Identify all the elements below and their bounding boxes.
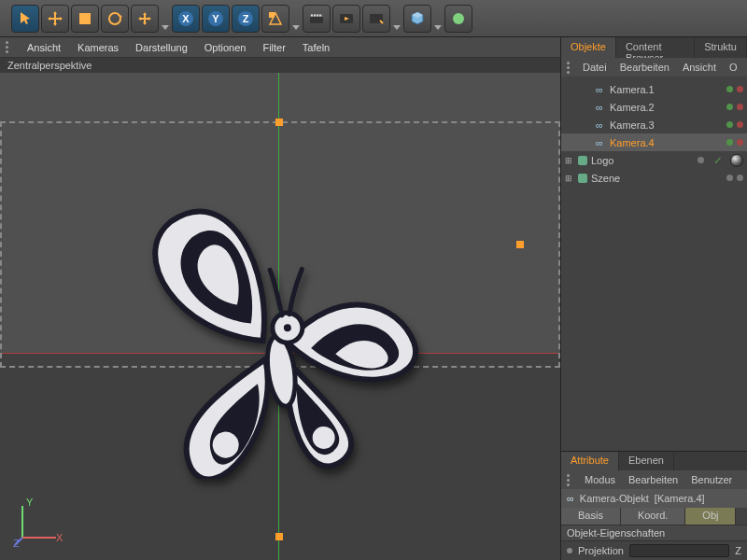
visibility-dot[interactable] — [726, 86, 733, 92]
tree-item-label: Logo — [591, 155, 694, 166]
attr-row-suffix: Z — [735, 545, 741, 556]
attr-menu[interactable]: Benutzer — [691, 474, 732, 485]
render-dot[interactable] — [737, 86, 743, 92]
axis-label-y: Y — [26, 497, 34, 508]
svg-point-1 — [109, 13, 120, 24]
svg-rect-13 — [317, 14, 318, 16]
axis-z-toggle[interactable]: Z — [232, 5, 260, 33]
tool-dropdown-icon[interactable] — [291, 5, 301, 33]
render-dot[interactable] — [737, 121, 743, 128]
tool-dropdown-icon[interactable] — [161, 5, 170, 33]
tool-primitive[interactable] — [403, 5, 431, 33]
drag-grip-icon[interactable] — [6, 41, 10, 53]
tree-item-label: Kamera.1 — [610, 84, 723, 95]
viewport-menu[interactable]: Darstellung — [135, 42, 188, 53]
svg-rect-11 — [311, 14, 313, 16]
svg-rect-12 — [314, 14, 316, 16]
viewport-menu[interactable]: Tafeln — [303, 42, 330, 53]
render-dot[interactable] — [737, 175, 743, 181]
scene-object-logo[interactable] — [121, 180, 430, 479]
tree-row-camera[interactable]: Kamera.3 — [561, 116, 747, 133]
subtab-basis[interactable]: Basis — [561, 508, 621, 525]
viewport-menu[interactable]: Kameras — [78, 42, 119, 53]
tool-misc[interactable] — [444, 5, 472, 33]
tool-render[interactable] — [303, 5, 331, 33]
attr-menu[interactable]: Modus — [585, 474, 615, 485]
tool-scale[interactable] — [71, 5, 99, 33]
tool-render-pv[interactable] — [332, 5, 360, 33]
viewport-menu[interactable]: Ansicht — [27, 42, 61, 53]
axis-label-z: Z — [13, 538, 20, 547]
svg-text:X: X — [182, 13, 190, 24]
visibility-dot[interactable] — [726, 104, 733, 110]
tree-row-camera[interactable]: Kamera.1 — [561, 80, 747, 98]
tab-content-browser[interactable]: Content Browser — [616, 37, 695, 58]
attr-section-label: Objekt-Eigenschaften — [567, 527, 665, 539]
attr-dropdown[interactable] — [629, 544, 729, 557]
tool-dropdown-icon[interactable] — [392, 5, 402, 33]
svg-rect-0 — [79, 13, 91, 24]
axis-x-toggle[interactable]: X — [172, 5, 200, 33]
attr-object-title: Kamera-Objekt [Kamera.4] — [561, 489, 747, 508]
tree-item-label: Kamera.3 — [610, 119, 723, 131]
tab-attribute[interactable]: Attribute — [561, 452, 619, 470]
axis-label-x: X — [56, 532, 63, 543]
tool-dropdown-icon[interactable] — [433, 5, 443, 33]
subtab-object[interactable]: Obj — [685, 508, 736, 525]
tree-item-label: Kamera.2 — [610, 102, 723, 113]
attr-subtabs: Basis Koord. Obj — [561, 508, 747, 525]
tool-rotate[interactable] — [101, 5, 129, 33]
objects-menu[interactable]: Bearbeiten — [620, 62, 669, 73]
enable-tick-icon[interactable]: ✓ — [713, 154, 723, 167]
main-toolbar: X Y Z — [0, 0, 747, 37]
material-tag-icon[interactable] — [730, 154, 743, 167]
visibility-dot[interactable] — [726, 175, 733, 181]
tab-objects[interactable]: Objekte — [561, 37, 616, 58]
tab-layers[interactable]: Ebenen — [619, 452, 674, 470]
frame-handle[interactable] — [275, 533, 283, 540]
render-dot[interactable] — [737, 139, 743, 146]
tool-render-settings[interactable] — [362, 5, 390, 33]
viewport-menu[interactable]: Filter — [262, 42, 285, 53]
subtab-coord[interactable]: Koord. — [621, 508, 685, 525]
tree-row-camera[interactable]: Kamera.4 — [561, 133, 747, 151]
tree-item-label: Kamera.4 — [610, 137, 723, 148]
null-icon — [578, 174, 587, 183]
frame-handle[interactable] — [516, 241, 524, 248]
tool-move[interactable] — [41, 5, 69, 33]
visibility-dot[interactable] — [698, 157, 704, 163]
svg-text:Y: Y — [212, 13, 219, 24]
objects-panel-menubar: Datei Bearbeiten Ansicht O — [561, 58, 747, 77]
svg-text:Z: Z — [243, 13, 249, 24]
axis-y-toggle[interactable]: Y — [202, 5, 230, 33]
camera-icon — [593, 137, 606, 148]
attr-menu[interactable]: Bearbeiten — [628, 474, 678, 485]
tool-select[interactable] — [11, 5, 39, 33]
viewport-panel: Ansicht Kameras Darstellung Optionen Fil… — [0, 37, 560, 560]
svg-rect-8 — [269, 12, 275, 18]
bullet-icon — [567, 548, 572, 553]
visibility-dot[interactable] — [726, 121, 733, 128]
world-axis-gizmo: Y X Z — [13, 495, 65, 547]
frame-handle[interactable] — [275, 119, 283, 126]
visibility-dot[interactable] — [726, 139, 733, 146]
render-dot[interactable] — [737, 104, 743, 110]
tree-row-group[interactable]: Logo ✓ — [561, 151, 747, 169]
objects-menu[interactable]: O — [729, 62, 738, 73]
viewport-menubar: Ansicht Kameras Darstellung Optionen Fil… — [0, 37, 560, 58]
expand-icon[interactable] — [565, 174, 574, 183]
objects-menu[interactable]: Ansicht — [683, 62, 716, 73]
drag-grip-icon[interactable] — [567, 62, 570, 74]
tree-row-group[interactable]: Szene — [561, 169, 747, 187]
objects-menu[interactable]: Datei — [583, 62, 607, 73]
tool-coords[interactable] — [261, 5, 289, 33]
viewport-3d[interactable]: Y X Z — [0, 73, 560, 560]
tree-row-camera[interactable]: Kamera.2 — [561, 98, 747, 116]
expand-icon[interactable] — [565, 156, 574, 165]
tab-structure[interactable]: Struktu — [695, 37, 747, 58]
viewport-menu[interactable]: Optionen — [204, 42, 247, 53]
tool-lastused[interactable] — [131, 5, 159, 33]
drag-grip-icon[interactable] — [567, 474, 571, 486]
tree-item-label: Szene — [591, 173, 723, 184]
camera-icon — [593, 119, 606, 131]
